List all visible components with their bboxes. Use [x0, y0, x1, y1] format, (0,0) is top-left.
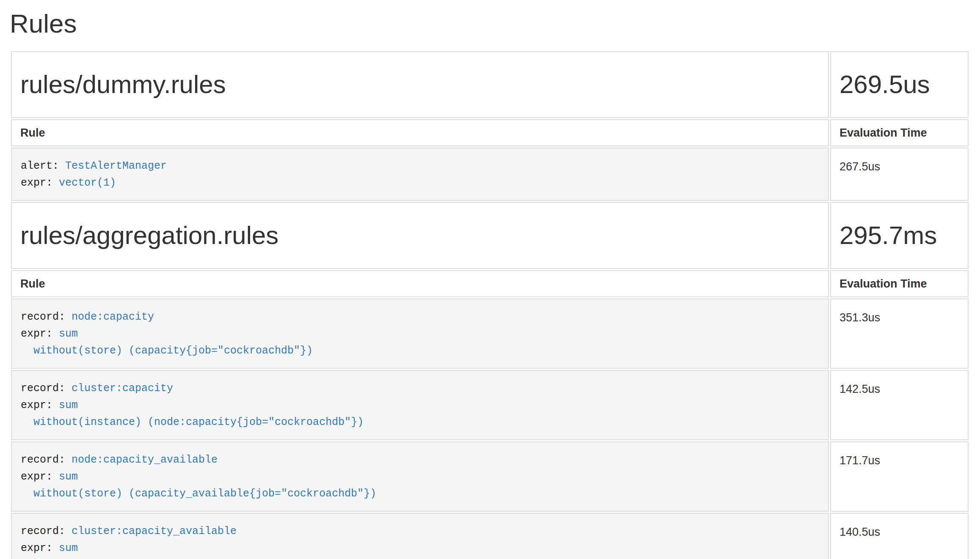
rule-cell: record: cluster:capacity_availableexpr: …	[11, 513, 829, 559]
rule-value-link[interactable]: vector(1)	[59, 177, 116, 189]
group-file-cell: rules/dummy.rules	[11, 51, 829, 118]
rule-code-line: expr: sum without(instance) (node:capaci…	[21, 540, 820, 559]
rules-table: rules/dummy.rules269.5usRuleEvaluation T…	[10, 50, 970, 559]
rule-eval-time: 351.3us	[840, 311, 880, 324]
rule-code-line: expr: vector(1)	[21, 175, 820, 192]
rule-keyword-label: record:	[21, 454, 65, 466]
group-eval-time-cell: 295.7ms	[830, 202, 969, 269]
group-file-name: rules/aggregation.rules	[20, 222, 820, 249]
rule-code-line: expr: sum without(store) (capacity_avail…	[21, 469, 820, 502]
rule-keyword-label: record:	[21, 525, 65, 537]
rule-eval-time-cell: 142.5us	[830, 370, 969, 440]
rule-code-line: record: cluster:capacity	[21, 380, 820, 397]
rule-value-link[interactable]: sum without(instance) (node:capacity{job…	[21, 399, 363, 428]
rule-definition: record: cluster:capacity_availableexpr: …	[21, 523, 820, 559]
rule-eval-time-cell: 351.3us	[830, 299, 969, 369]
group-file-name: rules/dummy.rules	[20, 71, 820, 99]
rule-code-line: expr: sum without(instance) (node:capaci…	[21, 397, 820, 431]
rule-value-link[interactable]: sum without(store) (capacity{job="cockro…	[21, 328, 313, 357]
rule-keyword-label: record:	[21, 311, 65, 323]
group-eval-time: 269.5us	[840, 71, 959, 99]
rule-definition: record: node:capacity_availableexpr: sum…	[21, 452, 820, 502]
rule-row: record: cluster:capacity_availableexpr: …	[11, 513, 969, 559]
rule-value-link[interactable]: TestAlertManager	[65, 160, 167, 172]
rule-value-link[interactable]: cluster:capacity	[72, 382, 173, 395]
group-header-row: rules/aggregation.rules295.7ms	[11, 202, 969, 269]
rule-eval-time: 267.5us	[840, 160, 880, 173]
eval-column-header: Evaluation Time	[830, 119, 969, 146]
rule-eval-time: 171.7us	[840, 454, 880, 467]
rule-cell: record: node:capacityexpr: sum without(s…	[11, 299, 829, 369]
rule-column-header: Rule	[11, 270, 829, 297]
rule-keyword-label: expr:	[21, 177, 52, 189]
group-eval-time: 295.7ms	[840, 222, 959, 249]
rule-value-link[interactable]: sum without(instance) (node:capacity_ava…	[21, 542, 427, 559]
rule-eval-time: 140.5us	[840, 526, 880, 538]
rule-definition: record: cluster:capacityexpr: sum withou…	[21, 380, 820, 431]
rule-value-link[interactable]: sum without(store) (capacity_available{j…	[21, 471, 376, 500]
eval-column-header: Evaluation Time	[830, 270, 969, 297]
rule-keyword-label: alert:	[21, 160, 59, 172]
rule-cell: alert: TestAlertManagerexpr: vector(1)	[11, 148, 829, 201]
rule-row: record: cluster:capacityexpr: sum withou…	[11, 370, 969, 440]
rule-eval-time-cell: 267.5us	[830, 148, 969, 201]
rule-value-link[interactable]: cluster:capacity_available	[72, 525, 237, 537]
rule-keyword-label: record:	[21, 382, 65, 395]
rule-eval-time-cell: 140.5us	[830, 513, 969, 559]
rule-code-line: record: node:capacity	[21, 309, 820, 326]
rule-code-line: record: node:capacity_available	[21, 452, 820, 469]
rule-code-line: record: cluster:capacity_available	[21, 523, 820, 540]
rule-cell: record: cluster:capacityexpr: sum withou…	[11, 370, 829, 440]
rule-code-line: expr: sum without(store) (capacity{job="…	[21, 326, 820, 359]
group-file-cell: rules/aggregation.rules	[11, 202, 829, 269]
rule-row: alert: TestAlertManagerexpr: vector(1)26…	[11, 148, 969, 201]
rule-row: record: node:capacityexpr: sum without(s…	[11, 299, 969, 369]
column-header-row: RuleEvaluation Time	[11, 270, 969, 297]
rule-row: record: node:capacity_availableexpr: sum…	[11, 441, 969, 512]
group-eval-time-cell: 269.5us	[830, 51, 969, 118]
rule-value-link[interactable]: node:capacity_available	[72, 454, 217, 466]
page-title: Rules	[10, 9, 970, 38]
column-header-row: RuleEvaluation Time	[11, 119, 969, 146]
rule-eval-time: 142.5us	[840, 383, 880, 395]
rule-keyword-label: expr:	[21, 399, 52, 411]
rule-keyword-label: expr:	[21, 328, 52, 340]
rule-eval-time-cell: 171.7us	[830, 441, 969, 512]
rule-keyword-label: expr:	[21, 471, 52, 483]
rule-cell: record: node:capacity_availableexpr: sum…	[11, 441, 829, 512]
group-header-row: rules/dummy.rules269.5us	[11, 51, 969, 118]
rule-column-header: Rule	[11, 119, 829, 146]
rule-definition: record: node:capacityexpr: sum without(s…	[21, 309, 820, 359]
rules-page: Rules rules/dummy.rules269.5usRuleEvalua…	[0, 9, 980, 559]
rule-definition: alert: TestAlertManagerexpr: vector(1)	[21, 158, 820, 192]
rule-code-line: alert: TestAlertManager	[21, 158, 820, 175]
rule-keyword-label: expr:	[21, 542, 52, 554]
rule-value-link[interactable]: node:capacity	[72, 311, 154, 323]
